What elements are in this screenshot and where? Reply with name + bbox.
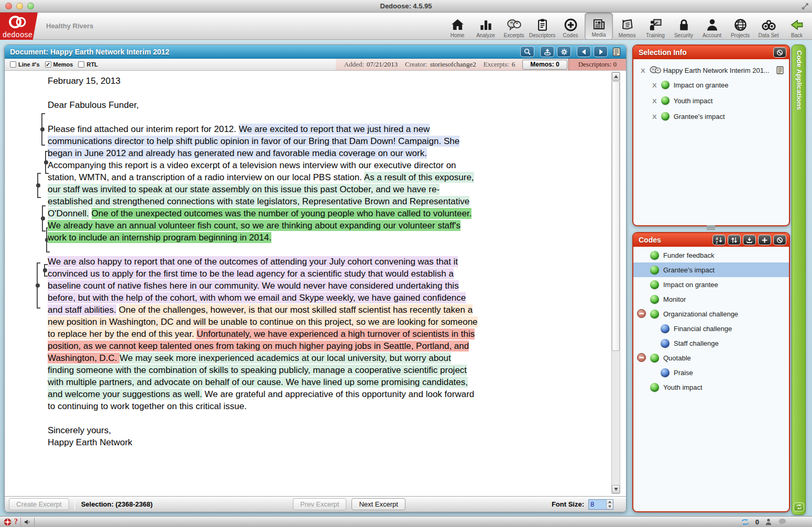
collapse-icon[interactable]: [637, 353, 646, 362]
excerpt-highlight[interactable]: One of the unexpected outcomes was the n…: [48, 208, 471, 243]
code-item-staff-challenge[interactable]: Staff challenge: [633, 336, 789, 350]
refresh-button[interactable]: [794, 502, 804, 511]
font-size-up-button[interactable]: [607, 500, 613, 504]
remove-selection-button[interactable]: X: [641, 67, 645, 74]
code-item-impact-on-grantee[interactable]: Impact on grantee: [633, 277, 789, 292]
font-size-stepper[interactable]: 8: [588, 499, 613, 510]
clear-selection-button[interactable]: [773, 47, 786, 58]
font-size-down-button[interactable]: [607, 504, 613, 509]
scroll-up-button[interactable]: [612, 72, 620, 81]
chat-bubble-icon[interactable]: [778, 518, 787, 525]
excerpt-bracket[interactable]: [41, 113, 45, 146]
code-item-funder-feedback[interactable]: Funder feedback: [633, 248, 789, 262]
code-item-financial-challenge[interactable]: Financial challenge: [633, 321, 789, 336]
toolbar-item-back[interactable]: Back: [783, 13, 811, 40]
code-dot-green: [661, 112, 670, 120]
toolbar-item-data-set[interactable]: Data Set: [754, 13, 783, 40]
code-item-quotable[interactable]: Quotable: [633, 350, 789, 365]
prev-doc-button[interactable]: [577, 46, 591, 57]
document-text: February 15, 2013 Dear Fabulous Funder, …: [48, 75, 479, 448]
fullscreen-icon[interactable]: [802, 3, 809, 10]
toolbar-item-label: Codes: [563, 32, 578, 38]
dedoose-logo[interactable]: dedoose: [0, 13, 38, 40]
account-icon: [705, 18, 719, 32]
project-name: Healthy Rivers: [46, 22, 93, 30]
circle-slash-icon: [776, 236, 784, 244]
code-dot-green: [650, 251, 659, 260]
font-size-value[interactable]: 8: [589, 500, 606, 509]
remove-code-button[interactable]: X: [652, 81, 657, 89]
toolbar-item-label: Projects: [731, 32, 750, 38]
speaker-icon[interactable]: [24, 518, 31, 526]
user-icon[interactable]: [765, 518, 772, 525]
toolbar-item-home[interactable]: Home: [443, 13, 471, 40]
toolbar-item-label: Account: [703, 32, 721, 38]
create-excerpt-button[interactable]: Create Excerpt: [9, 498, 69, 510]
code-applications-tab[interactable]: Code Applications: [792, 45, 806, 515]
checkbox-line-s[interactable]: Line #'s: [10, 61, 40, 68]
checkbox-box[interactable]: [78, 61, 84, 68]
code-dot-green: [650, 354, 659, 363]
toolbar-item-label: Media: [591, 32, 606, 38]
import-codes-button[interactable]: [743, 235, 756, 245]
toolbar-item-descriptors[interactable]: Descriptors: [528, 13, 556, 40]
toolbar-item-excerpts[interactable]: “”Excerpts: [500, 13, 528, 40]
letter-signature: Happy Earth Network: [48, 436, 479, 448]
training-icon: [649, 18, 663, 32]
toolbar-item-memos[interactable]: Memos: [613, 13, 641, 40]
main-toolbar: HomeAnalyze“”ExcerptsDescriptorsCodesMed…: [443, 13, 811, 40]
sync-icon[interactable]: [741, 518, 750, 526]
panel-resize-grip[interactable]: [707, 225, 715, 230]
memos-tab[interactable]: Memos: 0: [522, 60, 567, 70]
export-button[interactable]: [540, 46, 554, 57]
next-doc-button[interactable]: [594, 46, 608, 57]
toolbar-item-account[interactable]: Account: [698, 13, 726, 40]
toolbar-item-codes[interactable]: Codes: [556, 13, 585, 40]
code-item-monitor[interactable]: Monitor: [633, 292, 789, 306]
prev-excerpt-button[interactable]: Prev Excerpt: [293, 498, 346, 510]
excerpt-list-button[interactable]: [610, 46, 623, 57]
next-excerpt-button[interactable]: Next Excerpt: [352, 498, 405, 510]
help-question-button[interactable]: ?: [14, 518, 18, 526]
descriptors-tab[interactable]: Descriptors: 0: [568, 59, 626, 70]
code-dot-green: [650, 295, 659, 304]
checkbox-box[interactable]: ✓: [45, 61, 51, 68]
toolbar-item-analyze[interactable]: Analyze: [471, 13, 500, 40]
toolbar-item-projects[interactable]: Projects: [726, 13, 754, 40]
checkbox-memos[interactable]: ✓Memos: [45, 61, 73, 68]
checkbox-box[interactable]: [10, 61, 16, 68]
code-item-organizational-challenge[interactable]: Organizational challenge: [633, 306, 789, 321]
toolbar-item-label: Excerpts: [504, 32, 524, 38]
dedoose-wordmark: dedoose: [3, 30, 32, 39]
collapse-icon[interactable]: [637, 309, 646, 318]
settings-button[interactable]: [557, 46, 571, 57]
excerpt-bracket[interactable]: [37, 173, 41, 198]
add-code-button[interactable]: [758, 235, 771, 245]
remove-code-button[interactable]: X: [652, 113, 657, 120]
scrollbar-thumb[interactable]: [612, 81, 620, 351]
toolbar-item-label: Analyze: [476, 32, 495, 38]
remove-code-button[interactable]: X: [652, 97, 657, 104]
import-icon: [745, 236, 753, 244]
help-lifebuoy-icon[interactable]: [4, 518, 12, 526]
search-button[interactable]: [520, 46, 534, 57]
memo-note-icon[interactable]: [775, 65, 785, 75]
code-item-youth-impact[interactable]: Youth impact: [633, 380, 789, 394]
toolbar-item-security[interactable]: Security: [670, 13, 698, 40]
scroll-down-button[interactable]: [612, 485, 620, 493]
excerpt-bracket[interactable]: [42, 205, 46, 232]
code-item-grantee-s-impact[interactable]: Grantee's impact: [633, 262, 789, 277]
svg-text:A: A: [716, 236, 718, 240]
toolbar-item-media[interactable]: Media: [585, 13, 613, 40]
document-scrollbar[interactable]: [611, 72, 620, 494]
checkbox-rtl[interactable]: RTL: [78, 61, 97, 68]
svg-text:“: “: [510, 20, 513, 27]
excerpt-bracket[interactable]: [37, 262, 40, 309]
sort-codes-button[interactable]: AZ: [712, 235, 726, 245]
deactivate-codes-button[interactable]: [773, 235, 786, 245]
reorder-codes-button[interactable]: [728, 235, 741, 245]
excerpt-bracket[interactable]: [44, 264, 48, 277]
code-label: Funder feedback: [663, 251, 715, 259]
code-item-praise[interactable]: Praise: [633, 365, 789, 380]
toolbar-item-training[interactable]: Training: [641, 13, 670, 40]
